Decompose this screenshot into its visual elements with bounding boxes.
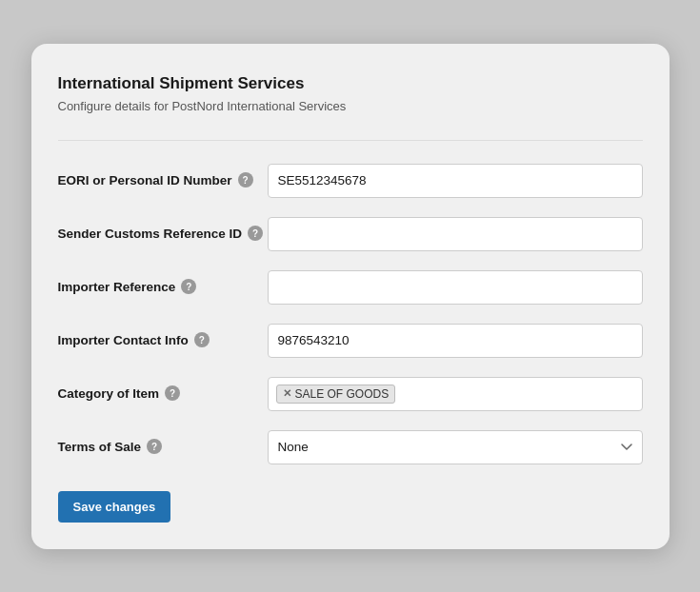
- eori-input[interactable]: [268, 164, 643, 198]
- terms-help-icon[interactable]: ?: [147, 439, 162, 454]
- terms-select[interactable]: None DDP DAP EXW FCA: [268, 430, 643, 464]
- importer-reference-label: Importer Reference: [58, 279, 176, 296]
- importer-contact-label: Importer Contact Info: [58, 332, 189, 349]
- tag-label: SALE OF GOODS: [295, 387, 390, 401]
- sender-customs-label-group: Sender Customs Reference ID ?: [58, 226, 268, 243]
- save-changes-button[interactable]: Save changes: [58, 491, 171, 523]
- terms-label: Terms of Sale: [58, 439, 142, 456]
- card-title: International Shipment Services: [58, 74, 643, 93]
- terms-row: Terms of Sale ? None DDP DAP EXW FCA: [58, 430, 643, 464]
- category-row: Category of Item ? ✕ SALE OF GOODS: [58, 377, 643, 411]
- importer-reference-input[interactable]: [268, 270, 643, 305]
- sender-customs-row: Sender Customs Reference ID ?: [58, 217, 643, 251]
- eori-label-group: EORI or Personal ID Number ?: [58, 172, 268, 189]
- importer-reference-help-icon[interactable]: ?: [181, 279, 196, 294]
- eori-label: EORI or Personal ID Number: [58, 172, 232, 189]
- sender-customs-help-icon[interactable]: ?: [248, 226, 263, 241]
- importer-contact-row: Importer Contact Info ?: [58, 324, 643, 358]
- importer-contact-label-group: Importer Contact Info ?: [58, 332, 268, 349]
- eori-help-icon[interactable]: ?: [238, 172, 253, 187]
- importer-reference-label-group: Importer Reference ?: [58, 279, 268, 296]
- importer-contact-help-icon[interactable]: ?: [194, 332, 210, 347]
- category-label-group: Category of Item ?: [58, 385, 268, 403]
- card-subtitle: Configure details for PostNord Internati…: [58, 99, 643, 113]
- category-tags-input[interactable]: ✕ SALE OF GOODS: [268, 377, 643, 411]
- tag-sale-of-goods: ✕ SALE OF GOODS: [276, 385, 396, 404]
- tag-remove-button[interactable]: ✕: [283, 388, 291, 399]
- eori-row: EORI or Personal ID Number ?: [58, 164, 643, 198]
- importer-contact-input[interactable]: [268, 324, 643, 358]
- sender-customs-label: Sender Customs Reference ID: [58, 226, 243, 243]
- divider: [58, 140, 643, 141]
- terms-label-group: Terms of Sale ?: [58, 439, 268, 456]
- category-help-icon[interactable]: ?: [165, 385, 180, 401]
- category-label: Category of Item: [58, 385, 160, 403]
- form-card: International Shipment Services Configur…: [31, 44, 670, 549]
- importer-reference-row: Importer Reference ?: [58, 270, 643, 305]
- sender-customs-input[interactable]: [268, 217, 643, 251]
